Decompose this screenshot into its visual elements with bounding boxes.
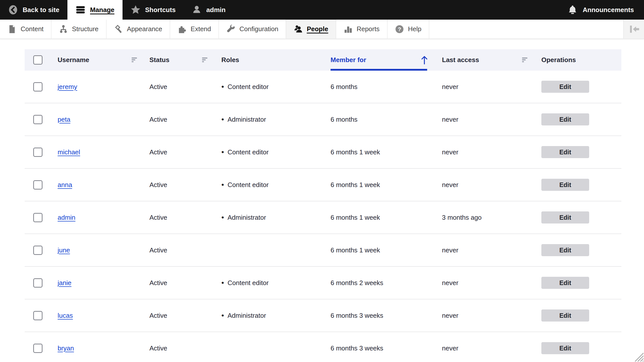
- tab-content[interactable]: Content: [0, 20, 51, 38]
- role-value: Content editor: [228, 83, 269, 91]
- username-link[interactable]: june: [58, 246, 70, 254]
- member-for-value: 6 months: [331, 116, 357, 123]
- column-header-member-for-sorted[interactable]: Member for: [331, 49, 442, 71]
- select-all-checkbox[interactable]: [33, 55, 43, 65]
- manage-button[interactable]: Manage: [67, 0, 123, 20]
- tab-help[interactable]: ? Help: [387, 20, 429, 38]
- column-header-status[interactable]: Status: [149, 49, 221, 71]
- table-row: janie Active Content editor 6 months 2 w…: [25, 267, 621, 299]
- row-select-checkbox[interactable]: [33, 115, 43, 124]
- username-link[interactable]: admin: [58, 214, 75, 221]
- role-value: Content editor: [228, 279, 269, 287]
- page-content: Username Status Roles Member for: [0, 39, 644, 362]
- tab-reports[interactable]: Reports: [336, 20, 387, 38]
- table-row: bryan Active 6 months 3 weeks never: [25, 332, 621, 362]
- row-select-checkbox[interactable]: [33, 344, 43, 353]
- tab-extend[interactable]: Extend: [170, 20, 219, 38]
- document-icon: [8, 25, 17, 34]
- edit-button[interactable]: Edit: [541, 309, 589, 322]
- status-value: Active: [149, 116, 167, 123]
- row-select-checkbox[interactable]: [33, 278, 43, 288]
- table-header-row: Username Status Roles Member for: [25, 49, 621, 71]
- column-header-last-access[interactable]: Last access: [442, 49, 541, 71]
- username-link[interactable]: lucas: [58, 312, 73, 320]
- edit-button[interactable]: Edit: [541, 342, 589, 354]
- announcements-button[interactable]: Announcements: [557, 0, 644, 20]
- admin-menu-bar: Content Structure Appearance Extend Conf…: [0, 20, 644, 39]
- row-select-checkbox[interactable]: [33, 246, 43, 255]
- sort-ascending-arrow-icon: [421, 55, 428, 65]
- member-for-value: 6 months 1 week: [331, 214, 380, 221]
- member-for-value: 6 months 1 week: [331, 246, 380, 254]
- admin-user-button[interactable]: admin: [184, 0, 234, 20]
- status-value: Active: [149, 279, 167, 287]
- shortcuts-button[interactable]: Shortcuts: [123, 0, 184, 20]
- column-header-username[interactable]: Username: [58, 49, 149, 71]
- last-access-value: never: [442, 116, 458, 123]
- toolbar-orientation-toggle[interactable]: [623, 20, 644, 38]
- username-link[interactable]: janie: [58, 279, 71, 287]
- bell-icon: [568, 5, 578, 15]
- tab-appearance[interactable]: Appearance: [106, 20, 170, 38]
- sort-icon: [132, 57, 138, 63]
- last-access-value: never: [442, 181, 458, 189]
- svg-text:?: ?: [398, 26, 401, 32]
- edit-button[interactable]: Edit: [541, 211, 589, 223]
- role-value: Administrator: [228, 116, 266, 123]
- people-icon: [294, 25, 303, 34]
- sort-icon: [522, 57, 529, 63]
- edit-button[interactable]: Edit: [541, 244, 589, 256]
- edit-button[interactable]: Edit: [541, 277, 589, 289]
- row-select-checkbox[interactable]: [33, 180, 43, 190]
- member-for-value: 6 months 1 week: [331, 181, 380, 189]
- member-for-value: 6 months 1 week: [331, 148, 380, 156]
- row-select-checkbox[interactable]: [33, 213, 43, 222]
- username-link[interactable]: bryan: [58, 344, 74, 352]
- status-value: Active: [149, 148, 167, 156]
- tab-configuration[interactable]: Configuration: [219, 20, 286, 38]
- menu-icon: [75, 5, 86, 15]
- edit-button[interactable]: Edit: [541, 179, 589, 191]
- username-link[interactable]: anna: [58, 181, 72, 189]
- edit-button[interactable]: Edit: [541, 113, 589, 125]
- paintbrush-icon: [114, 25, 123, 34]
- edit-button[interactable]: Edit: [541, 146, 589, 158]
- last-access-value: never: [442, 83, 458, 91]
- select-all-cell: [25, 49, 58, 71]
- last-access-value: never: [442, 148, 458, 156]
- status-value: Active: [149, 214, 167, 221]
- toolbar-spacer: [234, 0, 558, 20]
- collapse-left-icon: [628, 25, 639, 33]
- table-row: michael Active Content editor 6 months 1…: [25, 136, 621, 169]
- tab-people[interactable]: People: [286, 20, 336, 38]
- sort-icon: [202, 57, 209, 63]
- table-row: peta Active Administrator 6 months n: [25, 103, 621, 136]
- last-access-value: never: [442, 246, 458, 254]
- last-access-value: 3 months ago: [442, 214, 482, 221]
- username-link[interactable]: jeremy: [58, 83, 77, 91]
- member-for-value: 6 months: [331, 83, 357, 91]
- column-header-roles: Roles: [221, 49, 331, 71]
- table-body: jeremy Active Content editor 6 months: [25, 71, 621, 362]
- admin-user-label: admin: [206, 6, 226, 14]
- row-select-checkbox[interactable]: [33, 148, 43, 157]
- username-link[interactable]: michael: [58, 148, 80, 156]
- manage-label: Manage: [90, 6, 114, 14]
- back-to-site-button[interactable]: Back to site: [0, 0, 67, 20]
- status-value: Active: [149, 344, 167, 352]
- shortcuts-label: Shortcuts: [145, 6, 176, 14]
- column-header-operations: Operations: [541, 49, 621, 71]
- back-to-site-label: Back to site: [23, 6, 59, 14]
- member-for-value: 6 months 2 weeks: [331, 279, 383, 287]
- edit-button[interactable]: Edit: [541, 81, 589, 93]
- last-access-value: never: [442, 279, 458, 287]
- role-value: Administrator: [228, 214, 266, 221]
- username-link[interactable]: peta: [58, 116, 70, 123]
- row-select-checkbox[interactable]: [33, 82, 43, 92]
- status-value: Active: [149, 181, 167, 189]
- window-resize-grip[interactable]: [632, 350, 643, 361]
- user-icon: [192, 5, 202, 15]
- row-select-checkbox[interactable]: [33, 311, 43, 320]
- tab-structure[interactable]: Structure: [51, 20, 106, 38]
- status-value: Active: [149, 246, 167, 254]
